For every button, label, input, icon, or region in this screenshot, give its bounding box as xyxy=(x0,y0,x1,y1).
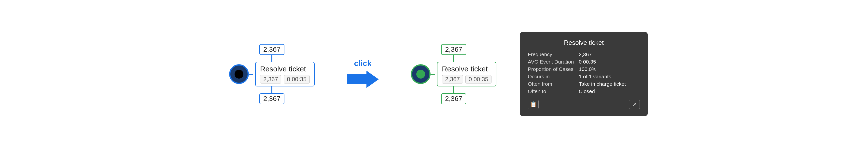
right-node-row: Resolve ticket 2,367 0 00:35 xyxy=(411,62,496,87)
info-footer: 📋 ↗ xyxy=(528,100,640,109)
svg-marker-0 xyxy=(347,71,379,88)
info-panel: Resolve ticket Frequency2,367AVG Event D… xyxy=(520,32,648,116)
left-node-circle-inner xyxy=(235,70,243,78)
right-bottom-label: 2,367 xyxy=(441,93,466,104)
left-top-label: 2,367 xyxy=(259,44,284,55)
left-node-circle[interactable] xyxy=(229,64,249,84)
left-connector-top xyxy=(271,55,272,62)
export-icon-button[interactable]: ↗ xyxy=(629,100,640,109)
right-connector-top xyxy=(453,55,454,62)
info-key: Occurs in xyxy=(528,74,574,79)
arrow-label: click xyxy=(354,59,371,68)
list-icon: 📋 xyxy=(530,101,537,107)
info-key: Frequency xyxy=(528,51,574,57)
left-activity-box[interactable]: Resolve ticket 2,367 0 00:35 xyxy=(255,62,315,87)
info-key: Often from xyxy=(528,81,574,87)
info-panel-title: Resolve ticket xyxy=(528,39,640,47)
info-key: Often to xyxy=(528,89,574,94)
right-stat1: 2,367 xyxy=(442,75,463,83)
right-activity-stats: 2,367 0 00:35 xyxy=(442,75,492,83)
export-icon: ↗ xyxy=(632,101,637,107)
left-bottom-label: 2,367 xyxy=(259,93,284,104)
right-node-circle-inner xyxy=(416,70,425,78)
right-node-wrapper: 2,367 Resolve ticket 2,367 0 00:35 2,367 xyxy=(411,44,496,104)
arrow-container: click xyxy=(338,59,388,89)
info-key: Proportion of Cases xyxy=(528,66,574,72)
left-activity-stats: 2,367 0 00:35 xyxy=(260,75,310,83)
right-stat2: 0 00:35 xyxy=(465,75,492,83)
left-node-wrapper: 2,367 Resolve ticket 2,367 0 00:35 2,367 xyxy=(229,44,315,104)
list-icon-button[interactable]: 📋 xyxy=(528,100,539,109)
info-value: 0 00:35 xyxy=(579,59,640,65)
left-stat1: 2,367 xyxy=(260,75,281,83)
left-node-row: Resolve ticket 2,367 0 00:35 xyxy=(229,62,315,87)
info-value: Closed xyxy=(579,89,640,94)
right-node-circle[interactable] xyxy=(411,64,431,84)
right-activity-box[interactable]: Resolve ticket 2,367 0 00:35 xyxy=(437,62,496,87)
info-value: 100.0% xyxy=(579,66,640,72)
right-connector-h xyxy=(431,74,435,75)
left-process-panel: 2,367 Resolve ticket 2,367 0 00:35 2,367 xyxy=(220,44,323,104)
right-top-label: 2,367 xyxy=(441,44,466,55)
info-value: 2,367 xyxy=(579,51,640,57)
info-key: AVG Event Duration xyxy=(528,59,574,65)
left-activity-title: Resolve ticket xyxy=(260,65,310,73)
info-table: Frequency2,367AVG Event Duration0 00:35P… xyxy=(528,51,640,94)
arrow-shape: click xyxy=(347,59,379,89)
info-value: Take in charge ticket xyxy=(579,81,640,87)
left-connector-bottom xyxy=(271,87,272,93)
left-connector-h xyxy=(249,74,253,75)
left-stat2: 0 00:35 xyxy=(284,75,310,83)
info-value: 1 of 1 variants xyxy=(579,74,640,79)
right-activity-title: Resolve ticket xyxy=(442,65,492,73)
right-process-panel: 2,367 Resolve ticket 2,367 0 00:35 2,367 xyxy=(402,44,505,104)
main-container: 2,367 Resolve ticket 2,367 0 00:35 2,367 xyxy=(0,0,868,148)
right-connector-bottom xyxy=(453,87,454,93)
arrow-icon xyxy=(347,70,379,89)
